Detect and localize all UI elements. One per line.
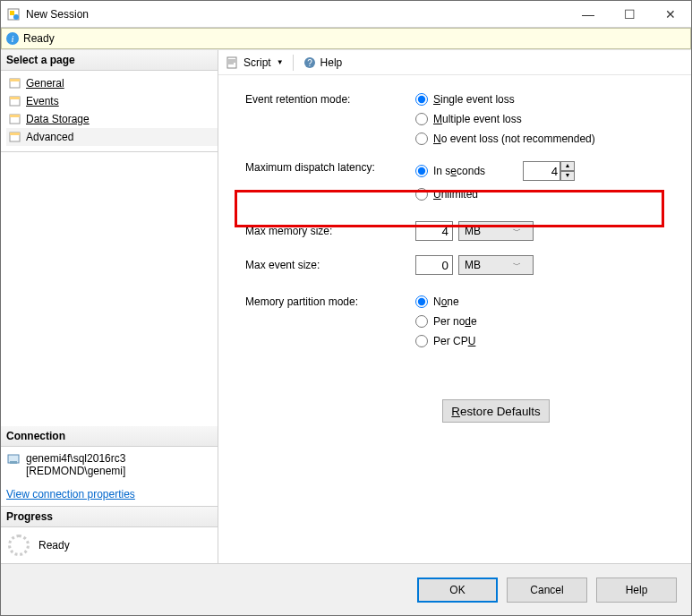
help-label: Help [320, 56, 343, 69]
new-session-window: New Session — ☐ ✕ i Ready Select a page … [0, 0, 692, 616]
max-dispatch-label: Maximum dispatch latency: [245, 161, 415, 174]
help-icon: ? [303, 56, 317, 70]
dialog-footer: OK Cancel Help [1, 563, 691, 615]
sidebar-item-general[interactable]: General [6, 74, 218, 92]
progress-spinner-icon [8, 535, 30, 556]
retention-none-radio[interactable]: No event loss (not recommended) [415, 133, 595, 145]
close-button[interactable]: ✕ [650, 1, 691, 27]
connection-header: Connection [1, 426, 218, 447]
dispatch-seconds-input[interactable] [523, 161, 560, 181]
max-event-label: Max event size: [245, 259, 415, 271]
advanced-form: Event retention mode: Single event loss … [218, 75, 691, 563]
memory-partition-label: Memory partition mode: [245, 295, 415, 308]
view-connection-properties-link[interactable]: View connection properties [1, 483, 141, 506]
max-memory-label: Max memory size: [245, 225, 415, 237]
maximize-button[interactable]: ☐ [609, 1, 650, 27]
page-icon [8, 76, 22, 90]
ready-text: Ready [23, 32, 55, 45]
connection-section: Connection genemi4f\sql2016rc3 [REDMOND\… [1, 426, 218, 507]
event-retention-label: Event retention mode: [245, 93, 415, 106]
svg-text:i: i [11, 33, 13, 44]
toolbar-separator [293, 55, 294, 71]
app-icon [6, 7, 21, 21]
sidebar-item-data-storage[interactable]: Data Storage [6, 110, 218, 128]
main-panel: Script ▼ ? Help Event retention mode: Si… [218, 50, 691, 563]
info-icon: i [5, 31, 20, 46]
svg-rect-8 [10, 97, 20, 99]
connection-server: genemi4f\sql2016rc3 [26, 452, 125, 465]
page-label: Data Storage [26, 113, 90, 125]
progress-text: Ready [38, 539, 70, 552]
retention-single-radio[interactable]: Single event loss [415, 93, 595, 106]
partition-per-cpu-radio[interactable]: Per CPU [415, 335, 477, 347]
sidebar-item-advanced[interactable]: Advanced [6, 128, 218, 146]
script-label: Script [243, 56, 271, 69]
progress-header: Progress [1, 507, 218, 527]
svg-text:?: ? [307, 58, 312, 68]
server-icon [6, 452, 21, 466]
spin-up-button[interactable]: ▲ [560, 161, 575, 171]
dispatch-seconds-radio[interactable]: In seconds ▲ ▼ [415, 161, 575, 181]
sidebar: Select a page General Events Data Storag… [1, 50, 218, 563]
window-title: New Session [26, 8, 568, 21]
partition-per-node-radio[interactable]: Per node [415, 315, 477, 328]
svg-point-2 [13, 14, 19, 20]
max-memory-input[interactable] [415, 221, 453, 241]
max-event-input[interactable] [415, 255, 453, 275]
page-label: Events [26, 95, 59, 107]
help-button[interactable]: Help [596, 578, 677, 603]
page-icon [8, 94, 22, 108]
ready-bar: i Ready [1, 28, 691, 49]
svg-rect-12 [10, 133, 20, 135]
dispatch-unlimited-radio[interactable]: Unlimited [415, 188, 575, 201]
progress-section: Progress Ready [1, 507, 218, 563]
combo-value: MB [459, 225, 496, 237]
script-icon [226, 56, 240, 70]
svg-rect-1 [10, 11, 14, 15]
titlebar: New Session — ☐ ✕ [1, 1, 691, 28]
retention-multiple-radio[interactable]: Multiple event loss [415, 113, 595, 125]
connection-info: genemi4f\sql2016rc3 [REDMOND\genemi] [26, 452, 125, 477]
ok-button[interactable]: OK [417, 578, 498, 603]
page-list: General Events Data Storage Advanced [1, 71, 218, 151]
max-event-unit-combo[interactable]: MB ﹀ [458, 255, 534, 275]
page-label: General [26, 77, 64, 90]
cancel-button[interactable]: Cancel [507, 578, 587, 603]
svg-rect-6 [10, 79, 20, 81]
chevron-down-icon: ﹀ [496, 260, 533, 271]
combo-value: MB [459, 259, 496, 271]
script-button[interactable]: Script ▼ [222, 54, 287, 72]
select-page-section: Select a page General Events Data Storag… [1, 50, 218, 152]
window-buttons: — ☐ ✕ [568, 1, 691, 27]
connection-user: [REDMOND\genemi] [26, 465, 125, 477]
svg-rect-10 [10, 115, 20, 117]
toolbar: Script ▼ ? Help [218, 50, 691, 75]
chevron-down-icon: ﹀ [496, 226, 533, 237]
chevron-down-icon: ▼ [277, 58, 284, 66]
svg-rect-14 [10, 461, 17, 464]
restore-defaults-button[interactable]: Restore Defaults [442, 399, 550, 423]
minimize-button[interactable]: — [568, 1, 609, 27]
sidebar-item-events[interactable]: Events [6, 92, 218, 110]
partition-none-radio[interactable]: None [415, 295, 477, 308]
spin-down-button[interactable]: ▼ [560, 171, 575, 181]
select-page-header: Select a page [1, 50, 218, 71]
page-label: Advanced [26, 131, 73, 143]
page-icon [8, 130, 22, 144]
help-toolbar-button[interactable]: ? Help [299, 54, 346, 72]
svg-rect-15 [227, 57, 236, 68]
max-memory-unit-combo[interactable]: MB ﹀ [458, 221, 534, 241]
page-icon [8, 112, 22, 126]
